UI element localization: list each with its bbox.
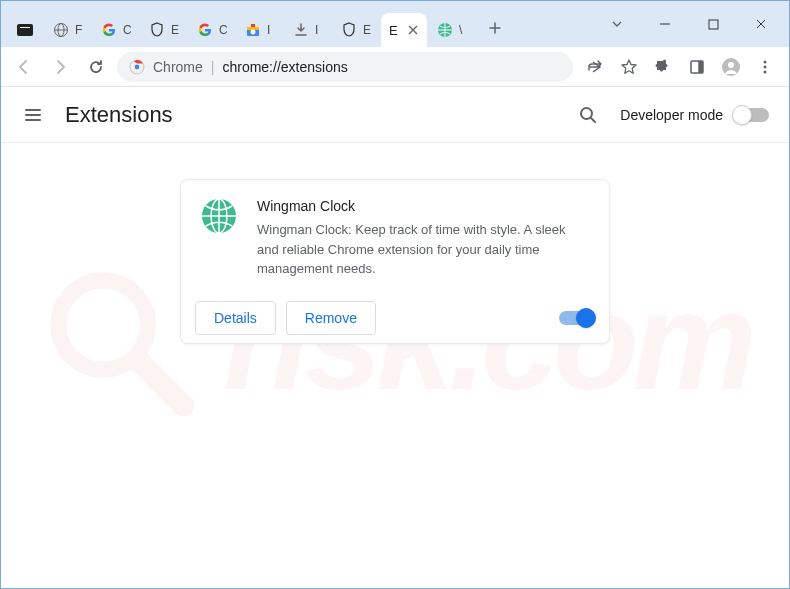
hamburger-button[interactable] <box>21 103 45 127</box>
extension-actions: Details Remove <box>181 293 609 343</box>
svg-rect-1 <box>20 27 30 28</box>
svg-rect-11 <box>709 20 718 29</box>
shield-icon <box>341 22 357 38</box>
sidepanel-icon <box>689 59 705 75</box>
tab-title: E <box>363 23 371 37</box>
svg-rect-7 <box>251 24 255 27</box>
extension-description: Wingman Clock: Keep track of time with s… <box>257 220 589 279</box>
terminal-icon <box>17 22 33 38</box>
toolbar-actions <box>579 51 781 83</box>
browser-tab[interactable]: C <box>93 13 139 47</box>
titlebar: F C E C I <box>1 1 789 47</box>
extension-enable-toggle[interactable] <box>559 311 595 325</box>
bookmark-button[interactable] <box>613 51 645 83</box>
maximize-button[interactable] <box>693 9 733 39</box>
chrome-icon <box>129 59 145 75</box>
plus-icon <box>488 21 502 35</box>
developer-mode-toggle[interactable] <box>733 108 769 122</box>
url-scheme-label: Chrome <box>153 59 203 75</box>
maximize-icon <box>708 19 719 30</box>
search-icon <box>578 105 598 125</box>
hamburger-icon <box>23 105 43 125</box>
sidepanel-button[interactable] <box>681 51 713 83</box>
arrow-left-icon <box>15 58 33 76</box>
svg-point-20 <box>728 62 734 68</box>
svg-point-23 <box>764 70 767 73</box>
google-icon <box>197 22 213 38</box>
browser-tab[interactable]: C <box>189 13 235 47</box>
developer-mode-label: Developer mode <box>620 107 723 123</box>
svg-rect-18 <box>699 61 703 73</box>
remove-button[interactable]: Remove <box>286 301 376 335</box>
globe-icon <box>53 22 69 38</box>
page-header: Extensions Developer mode <box>1 87 789 143</box>
share-button[interactable] <box>579 51 611 83</box>
tab-title: I <box>315 23 323 37</box>
tab-title: \ <box>459 23 467 37</box>
tab-strip: F C E C I <box>9 1 589 47</box>
url-divider: | <box>211 59 215 75</box>
shield-icon <box>149 22 165 38</box>
tab-title: I <box>267 23 275 37</box>
developer-mode-control: Developer mode <box>620 107 769 123</box>
tab-title: C <box>123 23 131 37</box>
window-controls <box>589 1 789 47</box>
toolbar: Chrome | chrome://extensions <box>1 47 789 87</box>
reload-icon <box>87 58 105 76</box>
tab-title: F <box>75 23 83 37</box>
menu-button[interactable] <box>749 51 781 83</box>
browser-tab[interactable]: E <box>333 13 379 47</box>
new-tab-button[interactable] <box>481 14 509 42</box>
svg-point-8 <box>251 30 256 35</box>
close-icon <box>755 18 767 30</box>
svg-point-15 <box>135 64 140 69</box>
puzzle-icon <box>654 58 672 76</box>
extension-card: Wingman Clock Wingman Clock: Keep track … <box>180 179 610 344</box>
download-icon <box>293 22 309 38</box>
details-button[interactable]: Details <box>195 301 276 335</box>
extensions-list: Wingman Clock Wingman Clock: Keep track … <box>1 143 789 380</box>
address-bar[interactable]: Chrome | chrome://extensions <box>117 52 573 82</box>
star-icon <box>620 58 638 76</box>
extension-name: Wingman Clock <box>257 198 589 214</box>
back-button[interactable] <box>9 52 39 82</box>
svg-point-21 <box>764 60 767 63</box>
tab-title: E <box>389 23 401 38</box>
svg-rect-0 <box>17 24 33 36</box>
window-dropdown-button[interactable] <box>597 9 637 39</box>
page-title: Extensions <box>65 102 556 128</box>
search-button[interactable] <box>576 103 600 127</box>
browser-tab[interactable]: E <box>141 13 187 47</box>
browser-tab[interactable]: F <box>45 13 91 47</box>
chrome-store-icon <box>245 22 261 38</box>
extension-info: Wingman Clock Wingman Clock: Keep track … <box>257 198 589 279</box>
kebab-icon <box>757 59 773 75</box>
extensions-button[interactable] <box>647 51 679 83</box>
google-icon <box>101 22 117 38</box>
tab-title: E <box>171 23 179 37</box>
browser-tab[interactable]: \ <box>429 13 475 47</box>
chevron-down-icon <box>610 17 624 31</box>
forward-button[interactable] <box>45 52 75 82</box>
browser-tab[interactable]: I <box>285 13 331 47</box>
svg-point-22 <box>764 65 767 68</box>
close-window-button[interactable] <box>741 9 781 39</box>
share-icon <box>586 58 604 76</box>
close-icon[interactable] <box>407 24 419 36</box>
profile-button[interactable] <box>715 51 747 83</box>
extension-logo-icon <box>201 198 237 234</box>
arrow-right-icon <box>51 58 69 76</box>
green-globe-icon <box>437 22 453 38</box>
tab-title: C <box>219 23 227 37</box>
reload-button[interactable] <box>81 52 111 82</box>
minimize-icon <box>659 18 671 30</box>
browser-tab-active[interactable]: E <box>381 13 427 47</box>
browser-tab[interactable] <box>9 13 43 47</box>
minimize-button[interactable] <box>645 9 685 39</box>
svg-line-25 <box>591 118 595 122</box>
browser-tab[interactable]: I <box>237 13 283 47</box>
avatar-icon <box>721 57 741 77</box>
url-text: chrome://extensions <box>222 59 347 75</box>
